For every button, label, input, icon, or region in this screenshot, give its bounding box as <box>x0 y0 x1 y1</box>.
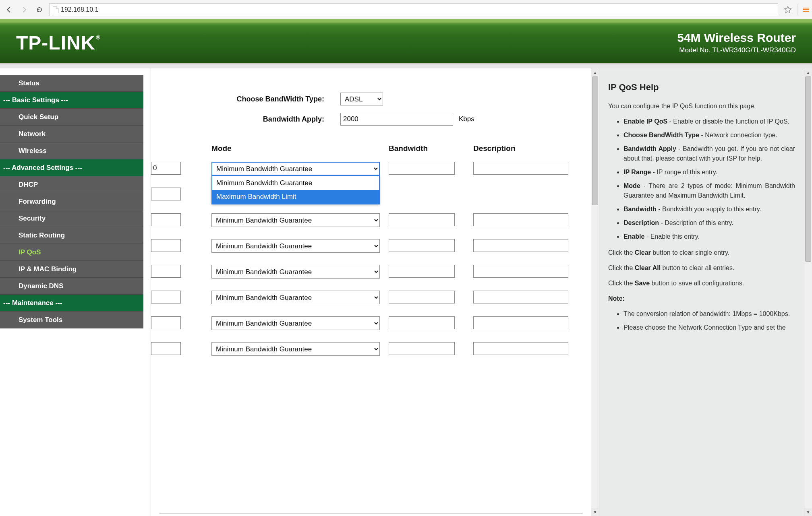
ip-range-input[interactable] <box>151 188 181 200</box>
brand-logo: TP-LINK® <box>16 32 101 54</box>
sidebar-item[interactable]: Wireless <box>0 142 143 159</box>
ip-range-input[interactable] <box>151 213 181 226</box>
sidebar-item[interactable]: IP & MAC Binding <box>0 261 143 278</box>
main-panel: Choose BandWidth Type: ADSL Bandwidth Ap… <box>151 68 599 516</box>
mode-select[interactable]: Minimum Bandwidth Guarantee <box>211 342 380 356</box>
help-bullet: Bandwidth - Bandwidth you supply to this… <box>624 204 795 214</box>
bandwidth-input[interactable] <box>389 213 455 226</box>
help-bullet: IP Range - IP range of this entry. <box>624 167 795 177</box>
mode-option[interactable]: Minimum Bandwidth Guarantee <box>212 176 379 190</box>
help-bullet: Enable IP QoS - Enable or disable the fu… <box>624 117 795 126</box>
description-input[interactable] <box>473 265 568 278</box>
sidebar-item[interactable]: System Tools <box>0 312 143 328</box>
address-bar[interactable]: 192.168.10.1 <box>49 3 778 16</box>
help-bullet: Choose BandWidth Type - Network connecti… <box>624 130 795 140</box>
bandwidth-input[interactable] <box>389 239 455 252</box>
help-clear-all: Click the Clear All button to clear all … <box>608 263 795 273</box>
qos-row: Minimum Bandwidth Guarantee <box>151 291 575 304</box>
help-bullet: Bandwidth Apply - Bandwidth you get. If … <box>624 144 795 163</box>
help-title: IP QoS Help <box>608 82 795 93</box>
ip-range-input[interactable] <box>151 265 181 278</box>
sidebar-item[interactable]: Security <box>0 210 143 227</box>
sidebar-item[interactable]: Status <box>0 75 143 92</box>
description-input[interactable] <box>473 291 568 303</box>
bandwidth-input[interactable] <box>389 342 455 355</box>
header-banner: TP-LINK® 54M Wireless Router Model No. T… <box>0 19 812 64</box>
bandwidth-input[interactable] <box>389 316 455 329</box>
sidebar-item[interactable]: Quick Setup <box>0 109 143 126</box>
ip-range-input[interactable] <box>151 316 181 329</box>
ip-range-input[interactable] <box>151 239 181 252</box>
qos-row: Minimum Bandwidth Guarantee <box>151 316 575 330</box>
help-note: The conversion relation of bandwidth: 1M… <box>624 309 795 319</box>
bandwidth-type-select[interactable]: ADSL <box>340 93 383 105</box>
mode-select[interactable]: Minimum Bandwidth Guarantee <box>211 213 380 227</box>
sidebar-item[interactable]: IP QoS <box>0 244 143 261</box>
back-button[interactable] <box>3 4 14 15</box>
qos-row: Minimum Bandwidth Guarantee <box>151 239 575 253</box>
sidebar-item[interactable]: DHCP <box>0 176 143 193</box>
qos-row: Minimum Bandwidth Guarantee <box>151 342 575 356</box>
help-clear: Click the Clear button to clear single e… <box>608 248 795 258</box>
sidebar-item[interactable]: Static Routing <box>0 227 143 244</box>
scroll-down-icon[interactable]: ▼ <box>591 508 599 516</box>
sidebar-section-header: --- Advanced Settings --- <box>0 159 143 176</box>
qos-row: Minimum Bandwidth GuaranteeMinimum Bandw… <box>151 162 575 175</box>
mode-select[interactable]: Minimum Bandwidth Guarantee <box>211 265 380 279</box>
ip-range-input[interactable] <box>151 162 181 175</box>
page-icon <box>53 6 58 13</box>
scroll-up-icon[interactable]: ▲ <box>591 68 599 76</box>
bandwidth-input[interactable] <box>389 291 455 303</box>
help-bullet: Enable - Enable this entry. <box>624 232 795 241</box>
mode-select[interactable]: Minimum Bandwidth Guarantee <box>211 316 380 330</box>
help-note-label: Note: <box>608 295 625 302</box>
scroll-up-icon[interactable]: ▲ <box>804 68 812 76</box>
help-bullet: Description - Description of this entry. <box>624 218 795 228</box>
help-bullet: Mode - There are 2 types of mode: Minimu… <box>624 181 795 200</box>
help-save: Click the Save button to save all config… <box>608 279 795 288</box>
main-scrollbar[interactable]: ▲ ▼ <box>591 68 599 516</box>
bandwidth-input[interactable] <box>389 162 455 175</box>
mode-select[interactable]: Minimum Bandwidth Guarantee <box>211 239 380 253</box>
bandwidth-apply-input[interactable] <box>340 113 453 126</box>
scroll-down-icon[interactable]: ▼ <box>804 508 812 516</box>
description-header: Description <box>465 144 570 153</box>
bandwidth-apply-label: Bandwidth Apply: <box>151 115 340 124</box>
product-model: Model No. TL-WR340G/TL-WR340GD <box>677 46 796 54</box>
help-note: Please choose the Network Connection Typ… <box>624 323 795 332</box>
scroll-thumb[interactable] <box>592 76 598 205</box>
qos-row: Minimum Bandwidth Guarantee <box>151 265 575 279</box>
description-input[interactable] <box>473 239 568 252</box>
browser-toolbar: 192.168.10.1 <box>0 0 812 19</box>
mode-select[interactable]: Minimum Bandwidth Guarantee <box>211 162 380 175</box>
help-scrollbar[interactable]: ▲ ▼ <box>804 68 812 516</box>
address-text: 192.168.10.1 <box>61 6 98 13</box>
mode-select[interactable]: Minimum Bandwidth Guarantee <box>211 291 380 304</box>
qos-row: Minimum Bandwidth Guarantee <box>151 213 575 227</box>
description-input[interactable] <box>473 342 568 355</box>
menu-button[interactable] <box>798 4 809 15</box>
sidebar-item[interactable]: Dynamic DNS <box>0 278 143 295</box>
reload-button[interactable] <box>34 4 45 15</box>
ip-range-input[interactable] <box>151 291 181 303</box>
description-input[interactable] <box>473 213 568 226</box>
help-intro: You can configure the IP QoS function on… <box>608 101 795 111</box>
sidebar-item[interactable]: Forwarding <box>0 193 143 210</box>
forward-button[interactable] <box>19 4 30 15</box>
ip-range-input[interactable] <box>151 342 181 355</box>
bookmark-button[interactable] <box>782 4 793 15</box>
bandwidth-unit: Kbps <box>459 115 474 123</box>
sidebar: Status--- Basic Settings ---Quick SetupN… <box>0 68 151 516</box>
bandwidth-type-label: Choose BandWidth Type: <box>151 95 340 103</box>
bandwidth-header: Bandwidth <box>381 144 465 153</box>
description-input[interactable] <box>473 316 568 329</box>
mode-header: Mode <box>203 144 381 153</box>
bandwidth-input[interactable] <box>389 265 455 278</box>
mode-option[interactable]: Maximum Bandwidth Limit <box>212 190 379 204</box>
sidebar-item[interactable]: Network <box>0 126 143 142</box>
product-title: 54M Wireless Router <box>677 31 796 45</box>
help-panel: IP QoS Help You can configure the IP QoS… <box>599 68 812 516</box>
mode-dropdown-list[interactable]: Minimum Bandwidth GuaranteeMaximum Bandw… <box>211 175 380 204</box>
scroll-thumb[interactable] <box>805 76 811 262</box>
description-input[interactable] <box>473 162 568 175</box>
